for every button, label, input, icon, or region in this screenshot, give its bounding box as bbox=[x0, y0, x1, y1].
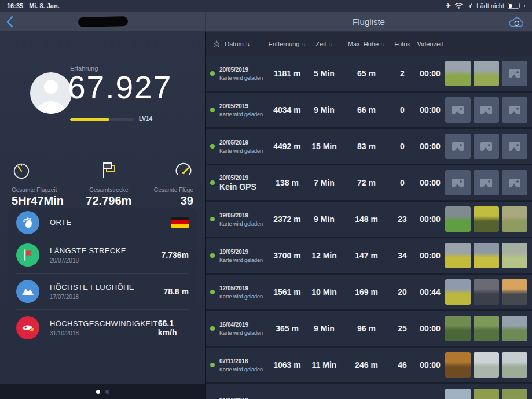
image-glyph-icon bbox=[509, 179, 520, 187]
record-value: 78.8 m bbox=[163, 287, 189, 296]
flight-distance: 1181 m bbox=[269, 69, 305, 78]
column-header-entfernung[interactable]: Entfernung ↑↓ bbox=[269, 40, 305, 47]
gps-status-dot bbox=[210, 180, 215, 185]
photo-placeholder-icon[interactable] bbox=[502, 170, 527, 195]
flight-thumbnail[interactable] bbox=[445, 279, 471, 305]
record-max-speed[interactable]: HÖCHSTGESCHWINDIGKEIT 31/10/2018 66.1 km… bbox=[16, 310, 189, 346]
flight-row[interactable]: 20/05/2019 Karte wird geladen 1181 m 5 M… bbox=[206, 56, 532, 91]
flight-thumbnail[interactable] bbox=[445, 352, 471, 378]
favorite-filter-icon[interactable]: ☆ bbox=[212, 39, 221, 49]
flight-video-time: 00:00 bbox=[415, 324, 445, 333]
flight-row[interactable]: 19/05/2019 Karte wird geladen 2372 m 9 M… bbox=[206, 202, 532, 237]
flight-row[interactable]: 19/05/2019 Karte wird geladen 3700 m 12 … bbox=[206, 238, 532, 273]
record-date: 20/07/2018 bbox=[50, 257, 126, 264]
flight-row[interactable]: 20/05/2019 Karte wird geladen 4034 m 9 M… bbox=[206, 93, 532, 127]
flight-thumbnail[interactable] bbox=[502, 279, 527, 305]
record-title: ORTE bbox=[50, 218, 71, 227]
flight-duration: 9 Min bbox=[305, 105, 343, 114]
photo-placeholder-icon[interactable] bbox=[474, 170, 499, 195]
flight-thumbnail[interactable] bbox=[445, 61, 471, 86]
photo-placeholder-icon[interactable] bbox=[445, 170, 471, 195]
column-header-videozeit[interactable]: Videozeit bbox=[415, 40, 445, 47]
flight-thumbnail[interactable] bbox=[502, 243, 527, 268]
flight-video-time: 00:00 bbox=[415, 360, 445, 370]
flight-thumbnail[interactable] bbox=[474, 316, 499, 341]
gps-status-dot bbox=[210, 144, 215, 149]
wifi-icon bbox=[454, 2, 463, 10]
flight-distance: 4034 m bbox=[269, 105, 305, 114]
flight-distance: 1561 m bbox=[269, 287, 305, 297]
flight-thumbnail[interactable] bbox=[474, 389, 499, 399]
flight-date: 19/05/2019 bbox=[219, 212, 248, 219]
flight-row[interactable]: 20/05/2019 Karte wird geladen 4492 m 15 … bbox=[206, 129, 532, 164]
photo-placeholder-icon[interactable] bbox=[502, 61, 527, 86]
flight-thumbnail[interactable] bbox=[445, 243, 471, 268]
photo-placeholder-icon[interactable] bbox=[445, 134, 471, 159]
flight-duration: 9 Min bbox=[305, 215, 343, 224]
flight-max-height: 66 m bbox=[343, 105, 390, 114]
flight-thumbnail[interactable] bbox=[502, 352, 527, 378]
flight-thumbnail[interactable] bbox=[445, 316, 471, 341]
gps-status-dot bbox=[210, 326, 215, 331]
flight-video-time: 00:00 bbox=[415, 69, 445, 78]
flight-thumbnail[interactable] bbox=[502, 206, 527, 232]
flight-date: 12/05/2019 bbox=[219, 285, 248, 291]
flight-photos-count: 0 bbox=[390, 105, 415, 114]
flight-rows: 20/05/2019 Karte wird geladen 1181 m 5 M… bbox=[206, 56, 532, 399]
back-button[interactable] bbox=[6, 16, 13, 30]
record-max-altitude[interactable]: HÖCHSTE FLUGHÖHE 17/07/2018 78.8 m bbox=[16, 274, 189, 310]
flight-row[interactable]: 20/05/2019 Kein GPS 138 m 7 Min 72 m 0 0… bbox=[206, 165, 532, 200]
column-header-fotos[interactable]: Fotos bbox=[390, 40, 415, 47]
sort-icon: ↑↓ bbox=[380, 42, 385, 47]
thumbs bbox=[445, 97, 532, 123]
level-progress-fill bbox=[70, 118, 109, 121]
record-flag-icon bbox=[16, 243, 39, 267]
photo-placeholder-icon[interactable] bbox=[474, 134, 499, 159]
thumbs bbox=[445, 389, 532, 399]
column-label: Entfernung bbox=[269, 40, 300, 47]
flight-row[interactable]: 12/05/2019 Karte wird geladen 1561 m 10 … bbox=[206, 275, 532, 309]
flight-thumbnail[interactable] bbox=[474, 352, 499, 378]
image-glyph-icon bbox=[509, 106, 520, 114]
flight-thumbnail[interactable] bbox=[474, 206, 499, 232]
record-value: 66.1 km/h bbox=[158, 319, 189, 337]
flight-thumbnail[interactable] bbox=[445, 206, 471, 232]
photo-placeholder-icon[interactable] bbox=[474, 97, 499, 123]
photo-placeholder-icon[interactable] bbox=[502, 97, 527, 123]
column-label: Zeit bbox=[315, 40, 326, 47]
photo-placeholder-icon[interactable] bbox=[445, 97, 471, 123]
thumbs bbox=[445, 206, 532, 232]
flight-row[interactable]: 31/10/2018 bbox=[206, 384, 532, 399]
flight-photos-count: 23 bbox=[390, 215, 415, 224]
page-dot[interactable] bbox=[96, 390, 100, 394]
level-badge: LV14 bbox=[139, 116, 152, 122]
flight-date: 20/05/2019 bbox=[219, 103, 248, 109]
stat-label: Gesamte Flüge bbox=[154, 187, 193, 193]
flight-thumbnail[interactable] bbox=[445, 389, 471, 399]
flight-thumbnail[interactable] bbox=[474, 61, 499, 86]
flight-row[interactable]: 16/04/2019 Karte wird geladen 365 m 9 Mi… bbox=[206, 311, 532, 346]
flight-video-time: 00:00 bbox=[415, 142, 445, 151]
flight-thumbnail[interactable] bbox=[502, 389, 527, 399]
status-bar: 16:35 Mi. 8. Jan. ✈ Lädt nicht bbox=[0, 0, 532, 12]
flight-thumbnail[interactable] bbox=[474, 279, 499, 305]
flight-thumbnail[interactable] bbox=[474, 243, 499, 268]
image-glyph-icon bbox=[480, 179, 492, 187]
thumbs bbox=[445, 352, 532, 378]
flight-map-status: Kein GPS bbox=[219, 182, 256, 191]
column-header-max-hoehe[interactable]: Max. Höhe ↑↓ bbox=[343, 40, 390, 47]
column-header-zeit[interactable]: Zeit ↑↓ bbox=[305, 40, 343, 47]
flight-date: 19/05/2019 bbox=[219, 249, 248, 255]
photo-placeholder-icon[interactable] bbox=[502, 134, 527, 159]
flight-thumbnail[interactable] bbox=[502, 316, 527, 341]
flight-duration: 9 Min bbox=[305, 324, 343, 333]
flight-photos-count: 25 bbox=[390, 324, 415, 333]
image-glyph-icon bbox=[509, 69, 520, 78]
cloud-sync-icon[interactable] bbox=[508, 16, 525, 30]
flight-row[interactable]: 07/11/2018 Karte wird geladen 1063 m 11 … bbox=[206, 348, 532, 382]
record-longest-distance[interactable]: LÄNGSTE STRECKE 20/07/2018 7.736m bbox=[16, 237, 189, 274]
record-date: 17/07/2018 bbox=[50, 294, 134, 300]
page-dot[interactable] bbox=[105, 390, 109, 394]
record-orte[interactable]: ORTE bbox=[16, 208, 189, 237]
flight-photos-count: 20 bbox=[390, 287, 415, 297]
